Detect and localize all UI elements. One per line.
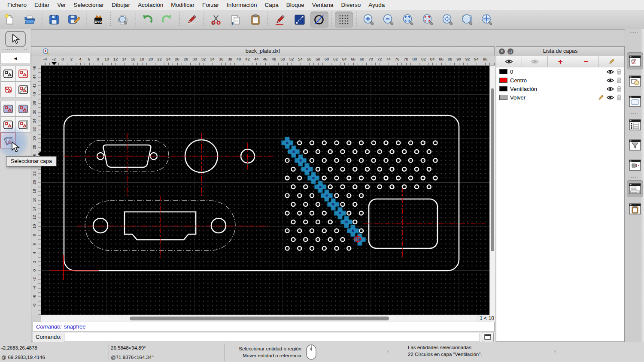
layer-lock-icon[interactable] <box>617 94 622 100</box>
vent-hole[interactable] <box>286 159 289 163</box>
vent-hole[interactable] <box>316 238 320 241</box>
vent-hole[interactable] <box>341 150 345 154</box>
pan-button[interactable] <box>478 12 496 28</box>
show-all-layers-button[interactable] <box>496 56 522 67</box>
vent-hole[interactable] <box>402 185 406 189</box>
horizontal-scrollbar-thumb[interactable] <box>130 317 389 320</box>
zoom-window-button[interactable] <box>458 12 476 28</box>
vent-hole[interactable] <box>316 202 320 206</box>
cut-button[interactable]: + <box>207 12 225 28</box>
vent-hole[interactable] <box>341 167 345 171</box>
vent-hole[interactable] <box>409 159 413 163</box>
print-preview-button[interactable] <box>114 12 132 28</box>
layer-lock-icon[interactable] <box>617 77 622 83</box>
vent-hole[interactable] <box>347 194 351 198</box>
vent-hole[interactable] <box>384 159 388 163</box>
vent-hole[interactable] <box>359 211 363 215</box>
vent-hole[interactable] <box>292 202 295 206</box>
redo-button[interactable] <box>158 12 176 28</box>
vent-hole[interactable] <box>335 159 339 163</box>
vent-hole[interactable] <box>390 167 394 171</box>
vent-hole[interactable] <box>347 247 351 250</box>
vent-hole[interactable] <box>427 150 431 154</box>
vent-hole[interactable] <box>304 185 307 189</box>
vent-hole[interactable] <box>434 159 437 163</box>
layer-visibility-icon[interactable] <box>607 78 614 83</box>
vent-hole[interactable] <box>359 229 363 233</box>
vent-hole[interactable] <box>322 247 326 250</box>
vent-hole[interactable] <box>434 176 437 180</box>
new-file-button[interactable] <box>1 12 19 28</box>
vent-hole[interactable] <box>421 176 425 180</box>
vent-hole[interactable] <box>310 159 314 163</box>
vent-hole[interactable] <box>286 176 289 180</box>
menu-forzar[interactable]: Forzar <box>198 2 223 8</box>
vent-hole[interactable] <box>359 141 363 145</box>
plate-outline[interactable] <box>64 115 459 271</box>
command-options-button[interactable] <box>482 332 494 342</box>
vertical-scrollbar[interactable] <box>489 66 495 315</box>
menu-acotacion[interactable]: Acotación <box>134 2 167 8</box>
vent-hole[interactable] <box>353 202 357 206</box>
vent-hole[interactable] <box>390 185 394 189</box>
vent-hole[interactable] <box>286 247 289 250</box>
command-input[interactable] <box>64 333 480 341</box>
dock-drag-handle[interactable] <box>627 32 643 33</box>
vent-hole[interactable] <box>310 194 314 198</box>
layer-row-ventilacion[interactable]: Ventilación <box>496 84 624 93</box>
vent-hole[interactable] <box>310 247 314 250</box>
select-contour-button[interactable] <box>0 101 16 117</box>
vent-hole[interactable] <box>316 150 320 154</box>
vent-hole[interactable] <box>402 167 406 171</box>
vent-hole[interactable] <box>335 247 339 250</box>
layer-visibility-icon[interactable] <box>607 87 614 91</box>
vent-hole[interactable] <box>335 176 339 180</box>
add-layer-button[interactable]: + <box>548 56 574 67</box>
command-line-dock-button[interactable]: comand <box>627 180 643 197</box>
vent-hole[interactable] <box>415 185 419 189</box>
vent-hole[interactable] <box>396 176 400 180</box>
vent-hole[interactable] <box>304 150 307 154</box>
vent-hole[interactable] <box>322 176 326 180</box>
save-as-button[interactable] <box>65 12 83 28</box>
vent-hole[interactable] <box>409 176 413 180</box>
menu-editar[interactable]: Editar <box>30 2 53 8</box>
select-all-button[interactable] <box>0 66 16 81</box>
vent-hole[interactable] <box>322 211 326 215</box>
zoom-out-button[interactable] <box>379 12 397 28</box>
vent-hole[interactable] <box>328 238 332 241</box>
vent-hole[interactable] <box>353 185 357 189</box>
menu-modificar[interactable]: Modificar <box>167 2 198 8</box>
vent-hole[interactable] <box>328 167 332 171</box>
clipboard-viewer-dock-button[interactable] <box>627 200 643 217</box>
vent-hole[interactable] <box>396 141 400 145</box>
zoom-auto-button[interactable] <box>399 12 417 28</box>
palette-back-button[interactable]: ◄ <box>0 53 30 64</box>
vent-hole[interactable] <box>421 141 425 145</box>
layer-lock-icon[interactable] <box>617 69 622 75</box>
vent-hole[interactable] <box>316 167 320 171</box>
vent-hole[interactable] <box>286 194 289 198</box>
property-editor-dock-button[interactable] <box>627 116 643 133</box>
auto-select-button[interactable] <box>15 101 31 117</box>
layer-row-centro[interactable]: Centro <box>496 76 624 84</box>
layer-row-0[interactable]: 0 <box>496 67 624 76</box>
drawing-canvas[interactable] <box>41 66 489 315</box>
laser-info-dock-button[interactable] <box>627 157 643 174</box>
library-browser-dock-button[interactable] <box>627 93 643 110</box>
vent-hole[interactable] <box>427 167 431 171</box>
vent-hole[interactable] <box>378 150 382 154</box>
vent-hole[interactable] <box>365 167 369 171</box>
vent-hole[interactable] <box>322 141 326 145</box>
layer-row-volver[interactable]: Volver <box>496 93 624 102</box>
svg-export-button[interactable]: SVG <box>89 12 107 28</box>
select-window-button[interactable] <box>0 81 16 97</box>
vent-hole[interactable] <box>415 167 419 171</box>
vent-hole[interactable] <box>298 211 301 215</box>
grid-toggle-button[interactable] <box>335 12 353 28</box>
vent-hole[interactable] <box>402 150 406 154</box>
vent-hole[interactable] <box>310 211 314 215</box>
menu-capa[interactable]: Capa <box>261 2 283 8</box>
menu-fichero[interactable]: Fichero <box>3 2 30 8</box>
document-titlebar[interactable]: back_plate.dxf <box>31 47 494 56</box>
